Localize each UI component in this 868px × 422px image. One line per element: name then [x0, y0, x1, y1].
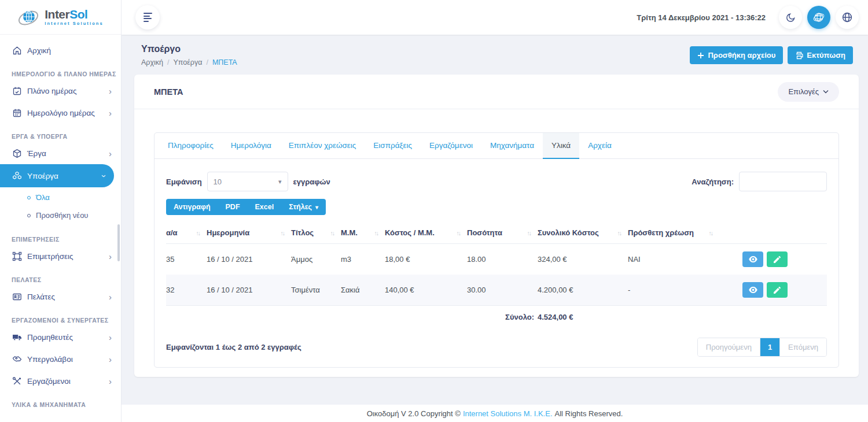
printer-icon: [795, 51, 803, 60]
tab-workers[interactable]: Εργαζόμενοι: [421, 133, 481, 159]
add-file-button[interactable]: Προσθήκη αρχείου: [690, 46, 783, 64]
sort-icon[interactable]: ↑↓: [330, 229, 338, 236]
sidebar-item-workers[interactable]: Εργαζόμενοι ›: [0, 370, 121, 392]
tab-extra-charges[interactable]: Επιπλέον χρεώσεις: [280, 133, 365, 159]
sidebar-item-home[interactable]: Αρχική: [0, 39, 121, 61]
column-header-aa[interactable]: α/α↑↓: [166, 222, 207, 244]
sidebar-section-workers-partners: ΕΡΓΑΖΟΜΕΝΟΙ & ΣΥΝΕΡΓΑΤΕΣ: [12, 316, 121, 325]
cell-date: 16 / 10 / 2021: [207, 275, 291, 306]
breadcrumb-home[interactable]: Αρχική: [141, 58, 163, 66]
print-label: Εκτύπωση: [807, 51, 845, 60]
app-root: InterSol Internet Solutions Αρχική ΗΜΕΡΟ…: [0, 0, 868, 422]
length-label-before: Εμφάνιση: [166, 177, 202, 186]
chevron-down-icon: ▾: [278, 178, 282, 186]
brand-logo[interactable]: InterSol Internet Solutions: [0, 0, 121, 35]
chevron-right-icon: ›: [109, 355, 112, 364]
bullet-icon: [27, 214, 31, 217]
sidebar-item-subcontractors[interactable]: Υπεργολάβοι ›: [0, 348, 121, 370]
chevron-right-icon: ›: [109, 377, 112, 386]
column-header-extra-charge[interactable]: Πρόσθετη χρέωση↑↓: [628, 222, 719, 244]
column-header-title[interactable]: Τίτλος↑↓: [291, 222, 341, 244]
sidebar-section-projects: ΕΡΓΑ & ΥΠΟΕΡΓΑ: [12, 132, 121, 141]
view-button[interactable]: [742, 282, 763, 298]
tab-materials[interactable]: Υλικά: [543, 133, 579, 159]
pdf-button[interactable]: PDF: [218, 199, 248, 215]
cell-quantity: 18.00: [467, 244, 538, 275]
table-row: 35 16 / 10 / 2021 Άμμος m3 18,00 € 18.00…: [166, 244, 827, 275]
tab-machinery[interactable]: Μηχανήματα: [481, 133, 543, 159]
pagination-page-1[interactable]: 1: [760, 338, 779, 356]
tab-files[interactable]: Αρχεία: [579, 133, 620, 159]
breadcrumb-current: ΜΠΕΤΑ: [212, 58, 237, 66]
breadcrumb-separator: /: [206, 58, 208, 66]
column-header-cost-per-unit[interactable]: Κόστος / Μ.Μ.↑↓: [385, 222, 467, 244]
subproject-card: ΜΠΕΤΑ Επιλογές Πληροφορίες Ημερολόγια Επ: [134, 75, 859, 377]
plus-icon: [697, 52, 704, 59]
excel-button[interactable]: Excel: [248, 199, 282, 215]
pagination-next[interactable]: Επόμενη: [779, 338, 826, 356]
page-length-select[interactable]: 10 ▾: [207, 172, 288, 191]
cell-aa: 35: [166, 244, 207, 275]
sidebar-section-measurements: ΕΠΙΜΕΤΡΗΣΕΙΣ: [12, 235, 121, 244]
columns-button[interactable]: Στήλες▾: [281, 199, 326, 215]
sidebar-submenu: Όλα Προσθήκη νέου: [0, 187, 121, 227]
view-button[interactable]: [742, 251, 763, 267]
chevron-down-icon: ›: [100, 175, 109, 177]
column-header-unit[interactable]: Μ.Μ.↑↓: [341, 222, 385, 244]
moon-icon[interactable]: [779, 6, 802, 29]
edit-button[interactable]: [767, 251, 788, 267]
tab-logs[interactable]: Ημερολόγια: [222, 133, 280, 159]
sidebar-item-day-log[interactable]: Ημερολόγιο ημέρας ›: [0, 102, 121, 124]
breadcrumb-subprojects[interactable]: Υποέργα: [173, 58, 202, 66]
sort-icon[interactable]: ↑↓: [617, 229, 625, 236]
footer-suffix: All Rights Reserved.: [555, 409, 623, 418]
cell-unit: Σακιά: [341, 275, 385, 306]
app-footer: Οικοδομή V 2.0 Copyright © Internet Solu…: [122, 405, 868, 422]
total-value: 4.524,00 €: [538, 306, 628, 329]
sidebar-subitem-add-new[interactable]: Προσθήκη νέου: [0, 206, 121, 224]
sort-icon[interactable]: ↑↓: [196, 229, 204, 236]
copy-button[interactable]: Αντιγραφή: [166, 199, 218, 215]
column-header-quantity[interactable]: Ποσότητα↑↓: [467, 222, 538, 244]
column-header-date[interactable]: Ημερομηνία↑↓: [207, 222, 291, 244]
row-actions: [719, 282, 823, 298]
sidebar-item-day-plan[interactable]: Πλάνο ημέρας ›: [0, 80, 121, 102]
sidebar-item-projects[interactable]: Έργα ›: [0, 142, 121, 164]
sort-icon[interactable]: ↑↓: [709, 229, 716, 236]
sidebar-item-label: Έργα: [27, 149, 109, 158]
cell-extra-charge: -: [628, 275, 719, 306]
sidebar-item-clients[interactable]: Πελάτες ›: [0, 286, 121, 308]
tools-icon: [12, 376, 22, 386]
sidebar-scrollbar[interactable]: [117, 224, 120, 261]
brand-tagline: Internet Solutions: [45, 21, 104, 26]
chevron-right-icon: ›: [109, 293, 112, 301]
options-button[interactable]: Επιλογές: [778, 82, 839, 102]
sort-icon[interactable]: ↑↓: [527, 229, 535, 236]
tab-information[interactable]: Πληροφορίες: [159, 133, 222, 159]
id-card-icon: [12, 291, 22, 302]
sidebar-item-suppliers[interactable]: Προμηθευτές ›: [0, 326, 121, 348]
column-header-total-cost[interactable]: Συνολικό Κόστος↑↓: [538, 222, 628, 244]
sort-icon[interactable]: ↑↓: [281, 229, 288, 236]
handshake-icon: [12, 354, 22, 364]
edit-button[interactable]: [767, 282, 788, 298]
chevron-right-icon: ›: [109, 149, 112, 158]
footer-link[interactable]: Internet Solutions M. I.K.E.: [463, 409, 553, 418]
row-actions: [719, 251, 823, 267]
sidebar-item-measurements[interactable]: Επιμετρήσεις ›: [0, 245, 121, 267]
sidebar-subitem-label: Προσθήκη νέου: [36, 211, 88, 220]
sidebar-item-label: Αρχική: [27, 46, 112, 55]
pagination-prev[interactable]: Προηγούμενη: [698, 338, 760, 356]
intersol-avatar[interactable]: [807, 6, 830, 29]
menu-icon[interactable]: [135, 5, 160, 29]
sidebar-subitem-all[interactable]: Όλα: [0, 188, 121, 206]
globe-icon[interactable]: [836, 6, 859, 29]
search-label: Αναζήτηση:: [692, 177, 734, 186]
sidebar-item-subprojects[interactable]: Υποέργα ›: [0, 164, 114, 187]
print-button[interactable]: Εκτύπωση: [788, 46, 853, 64]
brand-text: InterSol Internet Solutions: [45, 8, 104, 26]
sort-icon[interactable]: ↑↓: [374, 229, 382, 236]
sort-icon[interactable]: ↑↓: [457, 229, 464, 236]
search-input[interactable]: [739, 172, 827, 191]
tab-collections[interactable]: Εισπράξεις: [365, 133, 421, 159]
